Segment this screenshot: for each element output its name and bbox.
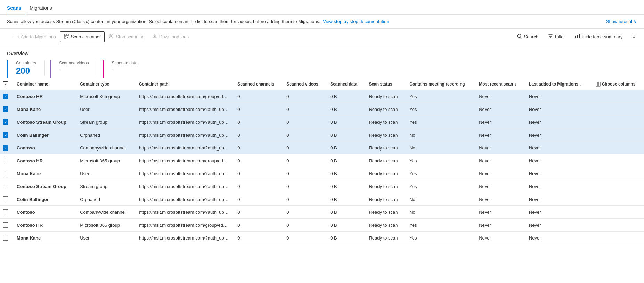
search-button[interactable]: Search [515, 32, 540, 41]
cell-name: Contoso HR [13, 154, 76, 167]
table-row[interactable]: ✓Contoso HRMicrosoft 365 grouphttps://ms… [0, 90, 644, 103]
chevron-down-icon: ∨ [634, 19, 637, 24]
cell-channels: 0 [233, 180, 282, 193]
cell-status: Ready to scan [365, 116, 405, 129]
table-row[interactable]: ✓Contoso Stream GroupStream grouphttps:/… [0, 116, 644, 129]
scan-container-button[interactable]: Scan container [60, 31, 105, 42]
row-checkbox[interactable] [3, 171, 8, 176]
cell-status: Ready to scan [365, 90, 405, 103]
show-tutorial-link[interactable]: Show tutorial ∨ [606, 19, 637, 24]
row-checkbox[interactable]: ✓ [3, 106, 8, 112]
svg-rect-7 [577, 35, 578, 38]
cell-channels: 0 [233, 142, 282, 154]
cell-choose-cols [592, 219, 644, 232]
cell-choose-cols [592, 154, 644, 167]
cell-path: https://msit.microsoftstream.com/group/e… [135, 90, 234, 103]
col-label-channels: Scanned channels [237, 82, 274, 87]
choose-columns-button[interactable]: Choose columns [596, 82, 640, 87]
cell-status: Ready to scan [365, 232, 405, 244]
table-row[interactable]: ✓Mona KaneUserhttps://msit.microsoftstre… [0, 103, 644, 116]
download-logs-button[interactable]: Download logs [149, 32, 192, 42]
cell-channels: 0 [233, 154, 282, 167]
col-label-recent: Most recent scan [479, 82, 513, 87]
table-row[interactable]: ✓Colin BallingerOrphanedhttps://msit.mic… [0, 129, 644, 142]
row-checkbox[interactable] [3, 196, 8, 202]
row-checkbox-cell: ✓ [0, 142, 13, 154]
col-header-checkbox[interactable]: ✓ [0, 79, 13, 90]
banner-link[interactable]: View step by step documentation [323, 19, 389, 24]
cell-data: 0 B [326, 232, 365, 244]
add-to-migrations-button[interactable]: ＋ + Add to Migrations [7, 32, 59, 42]
menu-button[interactable]: ≡ [630, 33, 637, 41]
row-checkbox-cell [0, 232, 13, 244]
cell-data: 0 B [326, 180, 365, 193]
table-row[interactable]: Colin BallingerOrphanedhttps://msit.micr… [0, 193, 644, 206]
cell-type: Companywide channel [76, 206, 135, 219]
filter-button[interactable]: Filter [546, 32, 567, 41]
row-checkbox[interactable] [3, 209, 8, 215]
overview-title: Overview [7, 51, 637, 56]
col-label-videos: Scanned videos [286, 82, 318, 87]
stat-value-scanned_videos: - [59, 66, 89, 73]
stat-label-scanned_videos: Scanned videos [59, 60, 89, 65]
cell-status: Ready to scan [365, 167, 405, 180]
cell-meeting: No [405, 193, 475, 206]
table-header: ✓Container nameContainer typeContainer p… [0, 79, 644, 90]
cell-choose-cols [592, 103, 644, 116]
row-checkbox[interactable] [3, 235, 8, 241]
cell-type: Microsoft 365 group [76, 154, 135, 167]
table-row[interactable]: ContosoCompanywide channelhttps://msit.m… [0, 206, 644, 219]
cell-path: https://msit.microsoftstream.com/group/e… [135, 219, 234, 232]
row-checkbox[interactable]: ✓ [3, 119, 8, 125]
stat-scanned_videos: Scanned videos- [50, 60, 103, 76]
table-row[interactable]: Contoso HRMicrosoft 365 grouphttps://msi… [0, 219, 644, 232]
table-row[interactable]: Mona KaneUserhttps://msit.microsoftstrea… [0, 232, 644, 244]
row-checkbox-cell: ✓ [0, 116, 13, 129]
cell-choose-cols [592, 167, 644, 180]
nav-tab-migrations[interactable]: Migrations [30, 2, 56, 14]
top-nav: ScansMigrations [0, 0, 644, 15]
row-checkbox[interactable] [3, 184, 8, 189]
col-header-choose_cols[interactable]: Choose columns [592, 79, 644, 90]
stop-scanning-button[interactable]: Stop scanning [105, 32, 148, 42]
svg-rect-10 [598, 82, 600, 86]
plus-icon: ＋ [10, 34, 15, 40]
cell-videos: 0 [282, 90, 326, 103]
cell-channels: 0 [233, 232, 282, 244]
stat-containers: Containers200 [7, 60, 50, 76]
hide-table-summary-button[interactable]: Hide table summary [573, 32, 625, 41]
cell-added: Never [525, 129, 592, 142]
table-row[interactable]: Contoso HRMicrosoft 365 grouphttps://msi… [0, 154, 644, 167]
nav-tab-scans[interactable]: Scans [7, 2, 25, 14]
col-header-type: Container type [76, 79, 135, 90]
col-header-added[interactable]: Last added to Migrations ↓ [525, 79, 592, 90]
header-checkbox[interactable]: ✓ [3, 81, 8, 87]
row-checkbox[interactable] [3, 158, 8, 163]
cell-status: Ready to scan [365, 193, 405, 206]
stat-label-containers: Containers [16, 60, 36, 65]
table-container: ✓Container nameContainer typeContainer p… [0, 79, 644, 244]
cell-added: Never [525, 219, 592, 232]
table-row[interactable]: Mona KaneUserhttps://msit.microsoftstrea… [0, 167, 644, 180]
table-row[interactable]: ✓ContosoCompanywide channelhttps://msit.… [0, 142, 644, 154]
svg-rect-6 [575, 36, 576, 38]
cell-path: https://msit.microsoftstream.com/?auth_u… [135, 167, 234, 180]
cell-data: 0 B [326, 167, 365, 180]
row-checkbox[interactable]: ✓ [3, 94, 8, 99]
cell-meeting: Yes [405, 180, 475, 193]
columns-icon [596, 82, 601, 87]
table-row[interactable]: Contoso Stream GroupStream grouphttps://… [0, 180, 644, 193]
row-checkbox[interactable] [3, 222, 8, 228]
col-header-recent[interactable]: Most recent scan ↓ [475, 79, 525, 90]
cell-name: Mona Kane [13, 103, 76, 116]
col-header-data: Scanned data [326, 79, 365, 90]
cell-status: Ready to scan [365, 206, 405, 219]
row-checkbox[interactable]: ✓ [3, 145, 8, 151]
cell-type: Stream group [76, 180, 135, 193]
chart-icon [575, 34, 580, 40]
cell-name: Contoso [13, 142, 76, 154]
sort-icon-added: ↓ [579, 82, 582, 86]
cell-choose-cols [592, 206, 644, 219]
row-checkbox-cell: ✓ [0, 129, 13, 142]
row-checkbox[interactable]: ✓ [3, 132, 8, 138]
